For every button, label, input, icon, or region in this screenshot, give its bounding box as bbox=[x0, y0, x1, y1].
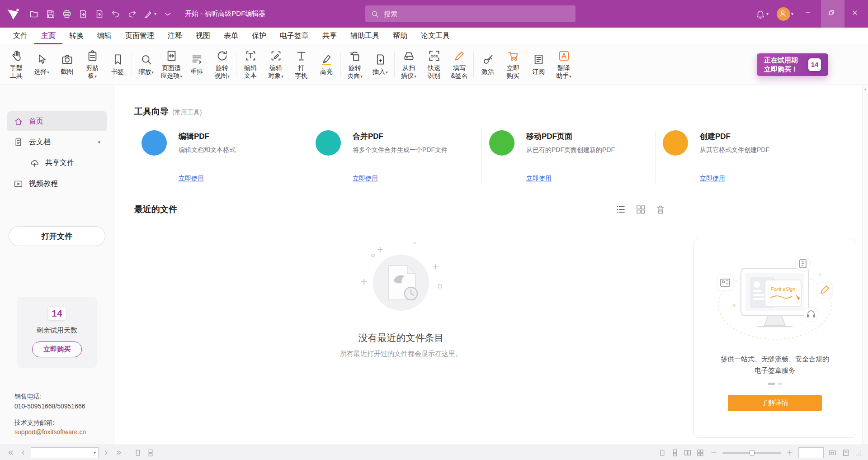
buy-now-button[interactable]: 立即购买 bbox=[32, 341, 82, 357]
page-number-box[interactable]: ▾ bbox=[31, 447, 99, 458]
ribbon-tool[interactable]: 旋转 视图▾ bbox=[209, 46, 235, 84]
account-button[interactable]: ▾ bbox=[773, 0, 797, 28]
menu-item[interactable]: 视图 bbox=[189, 28, 217, 44]
menu-item[interactable]: 转换 bbox=[62, 28, 90, 44]
search-box[interactable] bbox=[365, 5, 576, 22]
sidebar-item[interactable]: 视频教程 bbox=[7, 174, 107, 194]
menu-item[interactable]: 编辑 bbox=[90, 28, 118, 44]
quick-tool-button[interactable] bbox=[125, 7, 139, 21]
page-facing-continuous-icon[interactable] bbox=[695, 448, 705, 458]
quick-tool-button[interactable] bbox=[76, 7, 90, 21]
page-facing-icon[interactable] bbox=[683, 448, 693, 458]
grid-view-button[interactable] bbox=[635, 204, 646, 215]
carousel-dot[interactable] bbox=[768, 383, 775, 385]
menu-item[interactable]: 共享 bbox=[316, 28, 344, 44]
chevron-down-icon[interactable]: ▾ bbox=[98, 139, 100, 145]
quick-tool-button[interactable] bbox=[27, 7, 42, 21]
quick-tool-button[interactable] bbox=[60, 7, 74, 21]
chev-first-icon[interactable] bbox=[5, 448, 15, 458]
chev-prev-icon[interactable] bbox=[18, 448, 28, 458]
ribbon-tool[interactable]: 激活 bbox=[475, 46, 500, 84]
ribbon-tool[interactable]: 旋转 页面▾ bbox=[342, 46, 368, 84]
menu-item[interactable]: 注释 bbox=[161, 28, 189, 44]
page-continuous-icon[interactable] bbox=[670, 448, 680, 458]
chevron-down-icon: ▾ bbox=[227, 74, 230, 79]
menu-item[interactable]: 辅助工具 bbox=[344, 28, 386, 44]
scrollbar[interactable] bbox=[862, 85, 868, 445]
zoom-value-box[interactable] bbox=[798, 447, 824, 458]
quick-tool-button[interactable]: ▾ bbox=[141, 7, 159, 21]
ribbon-tool[interactable]: 重排 bbox=[184, 46, 209, 84]
minimize-button[interactable] bbox=[797, 0, 821, 28]
trial-banner[interactable]: 正在试用期 立即购买！ 14 bbox=[757, 53, 828, 76]
ribbon-tool[interactable]: 订阅 bbox=[526, 46, 551, 84]
zoom-out-button[interactable] bbox=[709, 448, 719, 458]
quick-tool-button[interactable] bbox=[108, 7, 123, 21]
menu-item[interactable]: 电子签章 bbox=[273, 28, 316, 44]
fit-width-button[interactable] bbox=[827, 448, 837, 458]
quick-tool-button[interactable] bbox=[43, 7, 58, 21]
ribbon-tool[interactable]: 填写 &签名 bbox=[447, 46, 472, 84]
ribbon-tool[interactable]: 从扫 描仪▾ bbox=[396, 46, 421, 84]
ribbon-tool[interactable]: 立即 购买 bbox=[500, 46, 526, 84]
notifications-button[interactable]: ▾ bbox=[751, 0, 773, 28]
quick-tool-button[interactable] bbox=[160, 7, 175, 21]
clear-recent-button[interactable] bbox=[655, 204, 666, 215]
sidebar-item[interactable]: 共享文件 bbox=[7, 153, 107, 173]
page-number-input[interactable] bbox=[31, 449, 94, 456]
use-now-link[interactable]: 立即使用 bbox=[526, 175, 552, 183]
list-view-button[interactable] bbox=[615, 204, 626, 215]
search-input[interactable] bbox=[383, 9, 570, 18]
page-single-icon[interactable] bbox=[133, 448, 143, 458]
ribbon-tool[interactable]: 打 字机 bbox=[288, 46, 314, 84]
chev-next-icon[interactable] bbox=[101, 448, 111, 458]
menu-item[interactable]: 文件 bbox=[6, 28, 34, 44]
ribbon-separator bbox=[473, 52, 474, 77]
menu-item[interactable]: 保护 bbox=[245, 28, 273, 44]
close-button[interactable] bbox=[844, 0, 868, 28]
carousel-dot[interactable] bbox=[778, 383, 782, 385]
card-description: 从其它格式文件创建PDF bbox=[700, 146, 769, 154]
ribbon-tool[interactable]: OCR 快速 识别 bbox=[421, 46, 447, 84]
ribbon-tool[interactable]: 手型 工具 bbox=[4, 46, 29, 84]
zoom-value-input[interactable] bbox=[799, 448, 823, 458]
ribbon-tool[interactable]: 翻译 助手▾ bbox=[551, 46, 576, 84]
quick-tool-button[interactable] bbox=[92, 7, 107, 21]
zoom-in-button[interactable] bbox=[785, 448, 795, 458]
sidebar-item[interactable]: 首页 bbox=[7, 111, 107, 131]
ribbon-tool[interactable]: 选择▾ bbox=[29, 46, 54, 84]
use-now-link[interactable]: 立即使用 bbox=[353, 175, 378, 183]
scroll-up-icon[interactable] bbox=[863, 86, 868, 92]
open-file-button[interactable]: 打开文件 bbox=[9, 226, 105, 246]
ribbon-tool[interactable]: 书签 bbox=[105, 46, 130, 84]
page-single-icon[interactable] bbox=[657, 448, 667, 458]
foxit-logo[interactable] bbox=[6, 7, 20, 21]
ribbon-tool[interactable]: 缩放▾ bbox=[133, 46, 159, 84]
menu-item[interactable]: 帮助 bbox=[386, 28, 414, 44]
sidebar-item[interactable]: 云文档 ▾ bbox=[7, 132, 107, 152]
support-email-link[interactable]: support@foxitsoftware.cn bbox=[14, 427, 86, 437]
ribbon-tool[interactable]: 编辑 对象▾ bbox=[263, 46, 288, 84]
ribbon-tool[interactable]: 页面适 应选项▾ bbox=[159, 46, 184, 84]
zoom-slider[interactable] bbox=[722, 448, 781, 457]
page-continuous-icon[interactable] bbox=[146, 448, 156, 458]
use-now-link[interactable]: 立即使用 bbox=[700, 175, 725, 183]
chev-last-icon[interactable] bbox=[114, 448, 124, 458]
chevron-down-icon[interactable]: ▾ bbox=[94, 451, 98, 455]
fit-page-button[interactable] bbox=[841, 448, 851, 458]
use-now-link[interactable]: 立即使用 bbox=[179, 175, 204, 183]
ribbon-tool[interactable]: 截图 bbox=[54, 46, 80, 84]
ribbon-tool[interactable]: 高亮 bbox=[314, 46, 339, 84]
ribbon-separator bbox=[394, 52, 395, 77]
menu-item[interactable]: 页面管理 bbox=[118, 28, 161, 44]
menu-item[interactable]: 表单 bbox=[217, 28, 245, 44]
ribbon-tool[interactable]: 编辑 文本 bbox=[238, 46, 263, 84]
zoom-slider-thumb[interactable] bbox=[750, 450, 755, 455]
recent-files-title: 最近的文件 bbox=[134, 204, 177, 215]
menu-item[interactable]: 主页 bbox=[34, 28, 62, 44]
restore-button[interactable] bbox=[821, 0, 844, 28]
learn-more-button[interactable]: 了解详情 bbox=[728, 395, 822, 411]
ribbon-tool[interactable]: 插入▾ bbox=[368, 46, 393, 84]
menu-item[interactable]: 论文工具 bbox=[414, 28, 457, 44]
ribbon-tool[interactable]: 剪贴 板▾ bbox=[80, 46, 105, 84]
